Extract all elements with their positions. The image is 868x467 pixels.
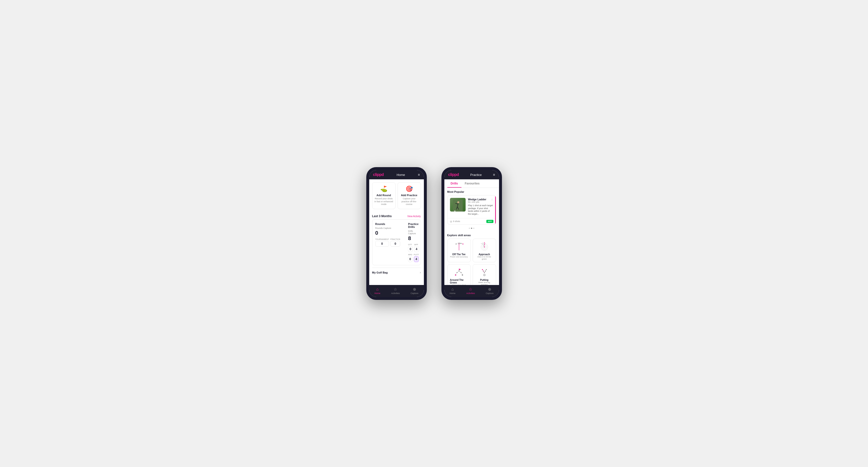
app-stat: APP 4 (414, 244, 419, 252)
nav-home[interactable]: ⌂ Home (375, 287, 380, 294)
practice-logo: clippd (448, 173, 459, 177)
stats-row: Rounds Rounds Capture 0 Tournament 0 Pra… (375, 222, 418, 262)
tab-favourites[interactable]: Favourites (461, 179, 483, 188)
app-label: APP (414, 244, 419, 246)
action-cards-row: ⛳ Add Round Record your shots in fast or… (369, 179, 424, 212)
practice-header-title: Practice (470, 173, 482, 177)
drills-sub-bot: ARG 0 PUTT 4 (408, 253, 419, 262)
svg-point-24 (484, 275, 485, 275)
putting-svg (479, 268, 490, 277)
practice-nav-activities-label: Activities (466, 292, 475, 294)
around-the-green-svg (454, 268, 464, 277)
rounds-sub-grid: Tournament 0 Practice 0 (375, 238, 400, 247)
last3months-header: Last 3 Months View Activity (369, 212, 424, 219)
drills-col: Practice Drills Drills Capture 8 OTT 0 A… (408, 222, 419, 262)
drills-capture-label: Drills Capture (408, 230, 419, 235)
ott-stat: OTT 0 (408, 244, 413, 252)
approach-desc: Dial-in to hit the green (475, 256, 493, 260)
add-practice-desc: Capture your practice off-the-course (400, 197, 419, 206)
practice-nav-home-label: Home (450, 292, 456, 294)
add-round-card[interactable]: ⛳ Add Round Record your shots in fast or… (372, 182, 396, 209)
practice-menu-icon[interactable]: ≡ (493, 173, 495, 177)
star-icon[interactable]: ☆ (491, 198, 493, 201)
arg-stat: ARG 0 (408, 253, 412, 262)
nav-activities-label: Activities (391, 292, 400, 294)
app-header-home: clippd Home ≡ (369, 170, 424, 179)
view-activity-link[interactable]: View Activity (407, 215, 421, 218)
add-round-desc: Record your shots in fast or enhanced mo… (374, 197, 393, 206)
off-the-tee-svg (454, 242, 464, 251)
phone-practice: clippd Practice ≡ Drills Favourites Most… (441, 167, 502, 300)
bottom-nav-home: ⌂ Home ☆ Activities ⊕ Capture (369, 285, 424, 297)
tournament-label: Tournament (375, 238, 389, 240)
practice-home-icon: ⌂ (452, 287, 454, 291)
carousel-dots (447, 226, 496, 230)
activities-icon: ☆ (394, 287, 397, 291)
dot-1 (469, 228, 470, 229)
drills-sub-top: OTT 0 APP 4 (408, 244, 419, 252)
home-icon: ⌂ (376, 287, 379, 291)
tab-drills[interactable]: Drills (447, 179, 461, 188)
drill-footer: ◎ 9 shots APP (447, 218, 496, 224)
drill-yardage: 50–100 yds (468, 201, 493, 203)
tournament-stat: Tournament 0 (375, 238, 389, 247)
rounds-capture-label: Rounds Capture (375, 227, 400, 229)
svg-point-11 (456, 244, 457, 245)
app-header-title: Home (397, 173, 405, 177)
skill-card-putting[interactable]: Putting Make and lag practice (473, 264, 496, 285)
explore-title: Explore skill areas (447, 234, 496, 237)
drill-shots: ◎ 9 shots (450, 220, 460, 223)
svg-point-6 (454, 211, 455, 212)
nav-capture[interactable]: ⊕ Capture (410, 287, 418, 294)
golfer-svg (453, 200, 463, 212)
arg-label: ARG (408, 253, 412, 256)
drill-thumbnail (450, 198, 466, 212)
svg-point-1 (457, 201, 459, 203)
skill-card-around-the-green[interactable]: Around The Green Hone your short game (447, 264, 471, 285)
my-golf-bag-row[interactable]: My Golf Bag › (369, 268, 424, 277)
around-the-green-icon-area (453, 268, 465, 277)
off-the-tee-title: Off The Tee (452, 253, 465, 256)
bottom-nav-practice: ⌂ Home ☆ Activities ⊕ Capture (444, 285, 499, 297)
skill-grid: Off The Tee Power and accuracy (447, 239, 496, 285)
dot-2 (471, 228, 472, 229)
most-popular-section: Most Popular ☆ (444, 188, 499, 232)
practice-nav-activities[interactable]: ☆ Activities (466, 287, 475, 294)
ott-label: OTT (408, 244, 413, 246)
phone-home: clippd Home ≡ ⛳ Add Round Record your sh… (366, 167, 427, 300)
drill-info: Wedge Ladder 50–100 yds Play 1 shot at e… (468, 198, 493, 216)
putt-label: PUTT (414, 253, 419, 256)
drill-card-inner: Wedge Ladder 50–100 yds Play 1 shot at e… (447, 195, 496, 218)
rounds-title: Rounds (375, 222, 400, 225)
dot-3 (473, 228, 474, 229)
off-the-tee-icon-area (453, 242, 465, 252)
drills-value: 8 (408, 235, 419, 242)
add-round-icon: ⛳ (380, 185, 388, 192)
nav-activities[interactable]: ☆ Activities (391, 287, 400, 294)
svg-point-10 (461, 243, 461, 244)
drills-title: Practice Drills (408, 222, 419, 228)
practice-nav-capture[interactable]: ⊕ Capture (486, 287, 493, 294)
skill-card-off-the-tee[interactable]: Off The Tee Power and accuracy (447, 239, 471, 262)
drill-card-wedge-ladder[interactable]: ☆ (447, 195, 496, 225)
practice-nav-home[interactable]: ⌂ Home (450, 287, 456, 294)
skill-card-approach[interactable]: Approach Dial-in to hit the green (473, 239, 496, 262)
putting-icon-area (478, 268, 490, 277)
rounds-col: Rounds Rounds Capture 0 Tournament 0 Pra… (375, 222, 400, 262)
around-the-green-title: Around The Green (450, 279, 468, 284)
practice-activities-icon: ☆ (469, 287, 472, 291)
golf-bag-label: My Golf Bag (372, 271, 388, 274)
explore-section: Explore skill areas (444, 232, 499, 285)
svg-point-9 (462, 244, 463, 245)
menu-icon[interactable]: ≡ (418, 173, 420, 177)
svg-marker-22 (459, 269, 461, 270)
drill-badge: APP (486, 220, 493, 223)
svg-point-16 (455, 274, 456, 276)
add-practice-card[interactable]: 🎯 Add Practice Capture your practice off… (398, 182, 421, 209)
chevron-right-icon: › (420, 271, 421, 274)
add-round-title: Add Round (376, 194, 391, 197)
stats-box: Rounds Rounds Capture 0 Tournament 0 Pra… (372, 219, 421, 265)
approach-svg (479, 242, 490, 251)
add-practice-title: Add Practice (401, 194, 417, 197)
arg-value: 0 (408, 256, 412, 262)
